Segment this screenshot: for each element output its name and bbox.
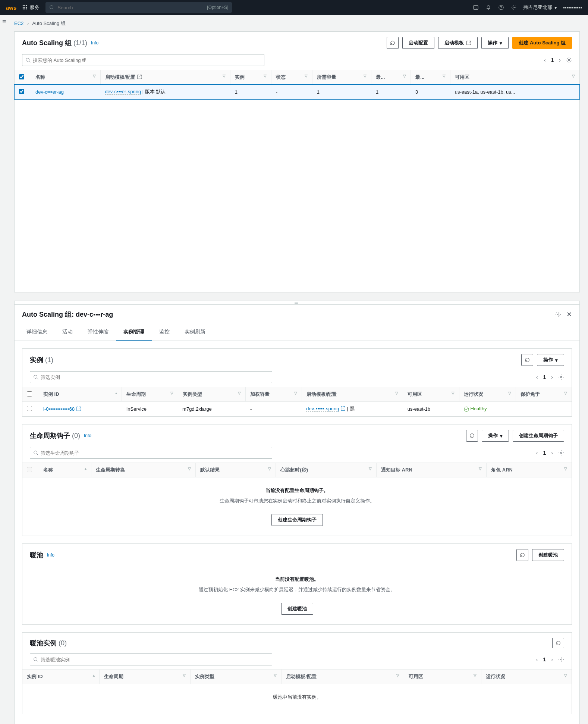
prev-page-icon[interactable]: ‹ — [544, 57, 546, 63]
next-page-icon[interactable]: › — [551, 450, 553, 456]
settings-icon[interactable] — [558, 450, 564, 456]
launch-template-button[interactable]: 启动模板 — [438, 37, 478, 49]
settings-icon[interactable] — [558, 656, 564, 662]
warminst-filter-input[interactable] — [41, 657, 269, 662]
settings-icon[interactable] — [510, 4, 517, 11]
asg-row[interactable]: dev-c▪▪▪er-ag dev-c▪▪▪er-spring | 版本 默认 … — [15, 85, 579, 99]
row-checkbox[interactable] — [27, 406, 32, 411]
region-selector[interactable]: 弗吉尼亚北部 ▾ — [523, 4, 557, 11]
col-lt[interactable]: 启动模板/配置 — [306, 391, 337, 397]
col-az[interactable]: 可用区 — [455, 74, 469, 80]
col-id[interactable]: 实例 ID — [43, 391, 59, 397]
row-checkbox[interactable] — [19, 89, 24, 94]
col-name[interactable]: 名称 — [43, 467, 53, 473]
col-instances[interactable]: 实例 — [235, 74, 245, 80]
warmpool-info-link[interactable]: Info — [47, 552, 54, 558]
tab-instance-mgmt[interactable]: 实例管理 — [116, 324, 152, 341]
refresh-button[interactable] — [521, 354, 533, 366]
actions-button[interactable]: 操作 ▾ — [482, 430, 509, 442]
select-all-checkbox[interactable] — [19, 74, 24, 79]
select-all-checkbox[interactable] — [27, 391, 32, 397]
refresh-button[interactable] — [387, 37, 399, 49]
col-health[interactable]: 运行状况 — [486, 674, 505, 679]
external-link-icon[interactable] — [340, 406, 346, 411]
create-warmpool-button[interactable]: 创建暖池 — [281, 603, 313, 615]
actions-button[interactable]: 操作 ▾ — [481, 37, 509, 49]
col-role[interactable]: 角色 ARN — [491, 467, 513, 473]
col-heartbeat[interactable]: 心跳超时(秒) — [280, 467, 308, 473]
col-health[interactable]: 运行状况 — [464, 391, 483, 397]
instance-lt-link[interactable]: dev-▪▪▪▪▪-spring — [306, 406, 339, 412]
refresh-button[interactable] — [516, 549, 528, 561]
resize-handle[interactable]: ═ — [15, 301, 579, 305]
prev-page-icon[interactable]: ‹ — [536, 450, 538, 456]
instance-row[interactable]: i-0▪▪▪▪▪▪▪▪▪▪▪▪68 InService m7gd.2xlarge… — [22, 402, 572, 416]
tab-monitor[interactable]: 监控 — [152, 324, 177, 341]
col-lt[interactable]: 启动模板/配置 — [286, 674, 317, 679]
col-az[interactable]: 可用区 — [408, 391, 422, 397]
refresh-button[interactable] — [466, 430, 478, 442]
col-lifecycle[interactable]: 生命周期 — [104, 674, 123, 679]
global-search[interactable]: [Option+S] — [45, 2, 232, 13]
asg-lt-link[interactable]: dev-c▪▪▪er-spring — [105, 89, 141, 95]
instances-filter[interactable] — [30, 371, 272, 383]
col-min[interactable]: 最... — [376, 74, 385, 80]
external-link-icon[interactable] — [76, 406, 81, 411]
col-transition[interactable]: 生命周期转换 — [96, 467, 125, 473]
launch-config-button[interactable]: 启动配置 — [402, 37, 434, 49]
hooks-filter-input[interactable] — [41, 450, 269, 456]
next-page-icon[interactable]: › — [551, 374, 553, 380]
hooks-info-link[interactable]: Info — [84, 433, 91, 438]
settings-icon[interactable] — [555, 311, 561, 317]
col-result[interactable]: 默认结果 — [200, 467, 220, 473]
instance-id-link[interactable]: i-0▪▪▪▪▪▪▪▪▪▪▪▪68 — [43, 406, 75, 412]
cloudshell-icon[interactable] — [472, 4, 479, 11]
close-icon[interactable]: ✕ — [566, 310, 572, 319]
col-weight[interactable]: 加权容量 — [250, 391, 270, 397]
help-icon[interactable] — [498, 4, 504, 11]
notifications-icon[interactable] — [485, 4, 492, 11]
col-lifecycle[interactable]: 生命周期 — [126, 391, 146, 397]
aws-logo[interactable]: aws — [6, 4, 16, 11]
hooks-panel: 生命周期钩子 (0) Info 操作 ▾ 创建生命周期钩子 ‹ 1 — [22, 424, 572, 536]
col-az[interactable]: 可用区 — [409, 674, 423, 679]
asg-filter-input[interactable] — [33, 57, 261, 63]
hooks-filter[interactable] — [30, 447, 272, 459]
col-type[interactable]: 实例类型 — [195, 674, 214, 679]
create-hook-button[interactable]: 创建生命周期钩子 — [271, 514, 323, 526]
breadcrumb-ec2[interactable]: EC2 — [14, 21, 23, 26]
settings-icon[interactable] — [566, 57, 572, 63]
col-id[interactable]: 实例 ID — [27, 674, 43, 679]
instances-filter-input[interactable] — [41, 374, 269, 380]
refresh-button[interactable] — [552, 638, 564, 648]
services-menu[interactable]: 服务 — [22, 4, 40, 11]
asg-info-link[interactable]: Info — [91, 40, 98, 46]
tab-elastic[interactable]: 弹性伸缩 — [80, 324, 116, 341]
prev-page-icon[interactable]: ‹ — [536, 374, 538, 380]
col-status[interactable]: 状态 — [276, 74, 286, 80]
create-warmpool-button[interactable]: 创建暖池 — [532, 549, 564, 561]
settings-icon[interactable] — [558, 374, 564, 380]
col-type[interactable]: 实例类型 — [183, 391, 202, 397]
tab-refresh[interactable]: 实例刷新 — [177, 324, 213, 341]
account-menu[interactable]: ▪▪▪▪▪▪▪▪▪▪▪ — [563, 5, 582, 10]
create-asg-button[interactable]: 创建 Auto Scaling 组 — [512, 37, 572, 49]
col-target[interactable]: 通知目标 ARN — [381, 467, 412, 473]
next-page-icon[interactable]: › — [559, 57, 561, 63]
tab-details[interactable]: 详细信息 — [19, 324, 55, 341]
prev-page-icon[interactable]: ‹ — [536, 656, 538, 662]
create-hook-button[interactable]: 创建生命周期钩子 — [513, 430, 564, 442]
col-name[interactable]: 名称 — [35, 74, 45, 80]
next-page-icon[interactable]: › — [551, 656, 553, 662]
tab-activity[interactable]: 活动 — [55, 324, 80, 341]
actions-button[interactable]: 操作 ▾ — [537, 354, 564, 366]
search-input[interactable] — [57, 5, 204, 10]
asg-name-link[interactable]: dev-c▪▪▪er-ag — [35, 89, 64, 95]
col-protect[interactable]: 保护免于 — [521, 391, 540, 397]
col-lt[interactable]: 启动模板/配置 — [105, 74, 136, 80]
sidebar-toggle-icon[interactable]: ≡ — [2, 18, 6, 26]
col-max[interactable]: 最... — [415, 74, 424, 80]
col-desired[interactable]: 所需容量 — [317, 74, 336, 80]
warminst-filter[interactable] — [30, 654, 272, 665]
asg-filter[interactable] — [22, 54, 264, 66]
